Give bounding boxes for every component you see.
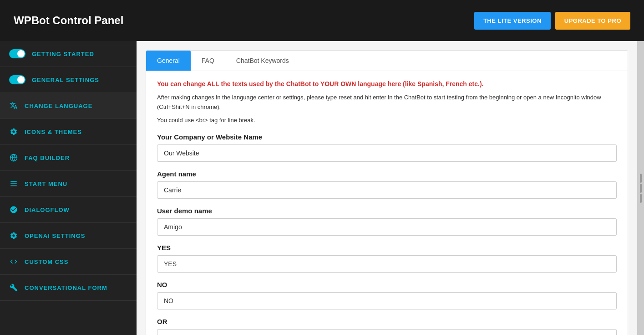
edge-bar-3 — [640, 194, 642, 203]
app-title: WPBot Control Panel — [14, 14, 474, 27]
input-or[interactable] — [157, 329, 617, 335]
svg-rect-4 — [10, 186, 17, 186]
openai-gear-icon — [9, 231, 18, 240]
code-icon — [9, 257, 18, 266]
info-text-1: After making changes in the language cen… — [157, 93, 617, 112]
globe-icon — [9, 153, 18, 162]
sidebar-item-faq-builder[interactable]: FAQ BUILDER — [0, 145, 137, 171]
tab-bar: General FAQ ChatBot Keywords — [146, 51, 628, 71]
input-agent-name[interactable] — [157, 181, 617, 199]
label-user-demo-name: User demo name — [157, 207, 617, 215]
sidebar-item-start-menu[interactable]: START MENU — [0, 171, 137, 197]
translate-icon — [9, 101, 18, 110]
field-yes: YES — [157, 244, 617, 273]
sidebar-item-dialogflow[interactable]: DIALOGFLOW — [0, 197, 137, 223]
tab-general[interactable]: General — [146, 51, 191, 71]
svg-rect-2 — [10, 181, 17, 182]
label-or: OR — [157, 318, 617, 325]
sidebar-label-custom-css: CUSTOM CSS — [25, 258, 68, 265]
getting-started-toggle[interactable] — [9, 49, 25, 58]
sidebar-item-conversational-form[interactable]: CONVERSATIONAL FORM — [0, 275, 137, 301]
sidebar-item-custom-css[interactable]: CUSTOM CSS — [0, 249, 137, 275]
label-agent-name: Agent name — [157, 170, 617, 178]
upgrade-to-pro-button[interactable]: UPGRADE TO PRO — [555, 12, 630, 30]
sidebar-label-conversational-form: CONVERSATIONAL FORM — [25, 284, 107, 291]
field-or: OR — [157, 318, 617, 335]
label-yes: YES — [157, 244, 617, 252]
sidebar-item-icons-themes[interactable]: ICONS & THEMES — [0, 119, 137, 145]
input-user-demo-name[interactable] — [157, 218, 617, 236]
field-user-demo-name: User demo name — [157, 207, 617, 236]
general-settings-toggle[interactable] — [9, 75, 25, 84]
flow-icon — [9, 205, 18, 214]
sidebar-label-openai-settings: OPENAI SETTINGS — [25, 232, 85, 239]
sidebar-label-start-menu: START MENU — [25, 180, 67, 187]
info-text-2: You could use <br> tag for line break. — [157, 116, 617, 125]
input-company[interactable] — [157, 144, 617, 162]
header-buttons: THE LITE VERSION UPGRADE TO PRO — [474, 12, 630, 30]
wrench-icon — [9, 283, 18, 292]
input-no[interactable] — [157, 292, 617, 309]
content-body: You can change ALL the texts used by the… — [146, 71, 628, 335]
tab-chatbot-keywords[interactable]: ChatBot Keywords — [225, 51, 300, 71]
info-red-text: You can change ALL the texts used by the… — [157, 80, 617, 88]
svg-line-6 — [137, 103, 146, 150]
content-card: General FAQ ChatBot Keywords You can cha… — [146, 50, 628, 335]
sidebar-item-openai-settings[interactable]: OPENAI SETTINGS — [0, 223, 137, 249]
field-agent-name: Agent name — [157, 170, 617, 199]
sidebar-label-dialogflow: DIALOGFLOW — [25, 206, 70, 213]
sidebar-label-change-language: CHANGE LANGUAGE — [25, 103, 92, 109]
field-no: NO — [157, 281, 617, 309]
svg-rect-3 — [10, 183, 17, 184]
sidebar-item-getting-started[interactable]: GETTING STARTED — [0, 41, 137, 67]
field-company: Your Company or Website Name — [157, 133, 617, 162]
menu-icon — [9, 179, 18, 188]
tab-faq[interactable]: FAQ — [191, 51, 225, 71]
main-layout: GETTING STARTED GENERAL SETTINGS CHANGE … — [0, 41, 644, 335]
sidebar: GETTING STARTED GENERAL SETTINGS CHANGE … — [0, 41, 137, 335]
sidebar-label-icons-themes: ICONS & THEMES — [25, 129, 82, 135]
main-content: General FAQ ChatBot Keywords You can cha… — [137, 41, 637, 335]
edge-bar-1 — [640, 174, 642, 183]
sidebar-item-change-language[interactable]: CHANGE LANGUAGE — [0, 93, 137, 119]
label-company: Your Company or Website Name — [157, 133, 617, 141]
gear-icon — [9, 127, 18, 136]
input-yes[interactable] — [157, 255, 617, 273]
sidebar-label-faq-builder: FAQ BUILDER — [25, 155, 70, 161]
label-no: NO — [157, 281, 617, 289]
sidebar-label-general-settings: GENERAL SETTINGS — [32, 77, 99, 83]
edge-bar-2 — [640, 184, 642, 193]
lite-version-button[interactable]: THE LITE VERSION — [474, 12, 551, 30]
sidebar-label-getting-started: GETTING STARTED — [32, 51, 94, 57]
sidebar-item-general-settings[interactable]: GENERAL SETTINGS — [0, 67, 137, 93]
right-edge — [637, 41, 644, 335]
header: WPBot Control Panel THE LITE VERSION UPG… — [0, 0, 644, 41]
